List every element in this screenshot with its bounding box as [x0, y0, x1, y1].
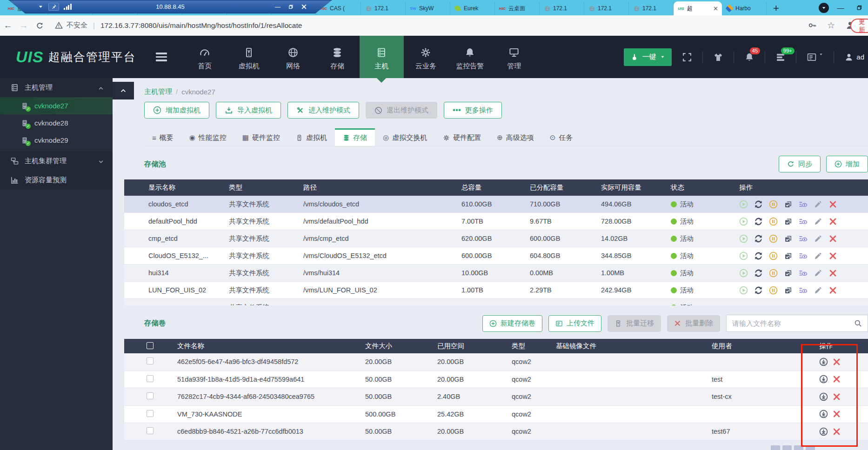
bookmark-star-icon[interactable]: ☆	[827, 20, 835, 31]
browser-tab[interactable]: Harbo	[722, 1, 767, 15]
pool-row[interactable]: cloudos_etcd 共享文件系统 /vms/cloudos_etcd 61…	[124, 196, 868, 213]
rdp-restore-button[interactable]	[285, 2, 296, 12]
pagination-square[interactable]	[794, 445, 803, 450]
back-button[interactable]: ←	[0, 20, 16, 31]
snapshot-icon[interactable]	[784, 217, 793, 226]
tab-hardware-config[interactable]: 硬件配置	[435, 129, 489, 146]
nav-home[interactable]: 首页	[183, 36, 227, 78]
rdp-minimize-button[interactable]: —	[272, 2, 283, 12]
view-details-icon[interactable]	[799, 217, 808, 226]
tab-performance[interactable]: ◉性能监控	[181, 129, 234, 146]
pool-row-partial[interactable]: 共享文件系统 活动	[124, 299, 868, 305]
start-pool-icon[interactable]	[739, 251, 748, 260]
pause-pool-icon[interactable]	[769, 286, 778, 295]
theme-skin-icon[interactable]	[713, 52, 723, 62]
download-icon[interactable]	[819, 427, 828, 436]
forward-button[interactable]: →	[16, 20, 32, 31]
delete-icon[interactable]	[828, 251, 837, 260]
tab-vm[interactable]: 虚拟机	[288, 129, 335, 146]
fullscreen-icon[interactable]	[682, 52, 692, 62]
edit-icon[interactable]	[814, 251, 822, 260]
tab-vswitch[interactable]: ◎虚拟交换机	[375, 129, 435, 146]
nav-storage[interactable]: 存储	[315, 36, 360, 78]
pagination-square[interactable]	[806, 445, 815, 450]
pagination-square[interactable]	[771, 445, 780, 450]
pagination-square[interactable]	[782, 445, 792, 450]
pause-pool-icon[interactable]	[769, 217, 778, 226]
file-search-input[interactable]	[732, 319, 854, 327]
row-checkbox[interactable]	[147, 375, 154, 382]
tab-hardware-monitor[interactable]: ▦硬件监控	[234, 129, 288, 146]
delete-icon[interactable]	[828, 217, 837, 226]
view-details-icon[interactable]	[799, 200, 808, 209]
refresh-pool-icon[interactable]	[754, 251, 763, 260]
start-pool-icon[interactable]	[739, 217, 748, 226]
pause-pool-icon[interactable]	[769, 251, 778, 260]
pause-pool-icon[interactable]	[769, 269, 778, 278]
view-details-icon[interactable]	[799, 234, 808, 243]
volume-row[interactable]: 462e5f05-6e47-4a96-bfc3-df49458fd572 20.…	[124, 353, 868, 371]
pool-row[interactable]: hui314 共享文件系统 /vms/hui314 10.00GB 0.00MB…	[124, 265, 868, 282]
delete-icon[interactable]	[828, 269, 837, 278]
nav-vm[interactable]: 虚拟机	[227, 36, 271, 78]
close-tab-icon[interactable]: ✕	[713, 5, 718, 12]
refresh-button[interactable]	[32, 20, 47, 31]
view-details-icon[interactable]	[799, 286, 808, 295]
tab-advanced[interactable]: ⊕高级选项	[489, 129, 542, 146]
tab-tasks[interactable]: ⊙任务	[542, 129, 581, 146]
tab-summary[interactable]: ≡概要	[144, 129, 181, 146]
volume-row[interactable]: 51da939f-1b8a-41d5-9d1a-e4d75599a641 50.…	[124, 371, 868, 389]
edit-icon[interactable]	[814, 234, 822, 243]
window-restore-button[interactable]	[852, 2, 866, 14]
pool-row[interactable]: LUN_FOR_UIS_02 共享文件系统 /vms/LUN_FOR_UIS_0…	[124, 282, 868, 299]
view-details-icon[interactable]	[799, 251, 808, 260]
row-checkbox[interactable]	[147, 357, 154, 364]
pause-pool-icon[interactable]	[769, 234, 778, 243]
nav-host-active[interactable]: 主机	[360, 36, 404, 78]
nav-cloud-service[interactable]: 云业务	[404, 36, 448, 78]
volume-row[interactable]: c6ed8bb9-b846-4521-a26b-77cc6dfb0013 50.…	[124, 423, 868, 441]
delete-icon[interactable]	[832, 392, 841, 401]
delete-icon[interactable]	[828, 200, 837, 209]
rdp-pin-icon[interactable]	[48, 3, 59, 11]
pool-row[interactable]: cmp_etcd 共享文件系统 /vms/cmp_etcd 620.00GB 6…	[124, 230, 868, 247]
sync-button[interactable]: 同步	[779, 156, 821, 172]
alarm-bell-icon[interactable]: 45	[744, 52, 754, 62]
rdp-dropdown-icon[interactable]	[38, 4, 44, 10]
download-icon[interactable]	[819, 410, 828, 418]
pause-pool-icon[interactable]	[769, 200, 778, 209]
nav-network[interactable]: 网络	[271, 36, 315, 78]
refresh-pool-icon[interactable]	[754, 234, 763, 243]
pool-row[interactable]: CloudOS_E5132_... 共享文件系统 /vms/CloudOS_E5…	[124, 247, 868, 265]
refresh-pool-icon[interactable]	[754, 286, 763, 295]
snapshot-icon[interactable]	[784, 234, 793, 243]
user-menu[interactable]: ad	[844, 53, 864, 62]
omnibox[interactable]: 不安全 | 172.16.3.77:8080/uis/main/hostMng/…	[55, 21, 302, 30]
sidebar-group-cluster-management[interactable]: 主机集群管理	[0, 152, 113, 171]
sidebar-item-cvknode29[interactable]: ✓ cvknode29	[0, 132, 113, 149]
download-icon[interactable]	[819, 375, 828, 384]
import-vm-button[interactable]: 导入虚拟机	[216, 102, 281, 119]
key-icon[interactable]	[808, 21, 817, 30]
delete-icon[interactable]	[832, 410, 841, 418]
edit-icon[interactable]	[814, 217, 822, 226]
edit-icon[interactable]	[814, 286, 822, 295]
select-all-checkbox[interactable]	[147, 342, 154, 349]
new-volume-button[interactable]: 新建存储卷	[482, 315, 542, 332]
update-button[interactable]: 更新	[850, 19, 868, 33]
start-pool-icon[interactable]	[739, 286, 748, 295]
browser-tab[interactable]: SwSkyW	[406, 1, 450, 15]
download-icon[interactable]	[819, 392, 828, 401]
delete-icon[interactable]	[828, 234, 837, 243]
start-pool-icon[interactable]	[739, 234, 748, 243]
one-key-button[interactable]: 一键	[624, 48, 672, 66]
start-pool-icon[interactable]	[739, 269, 748, 278]
sidebar-item-cvknode28[interactable]: ✓ cvknode28	[0, 114, 113, 132]
volume-row[interactable]: 76282c17-4cb9-4344-af68-24503480cea9765 …	[124, 388, 868, 406]
view-details-icon[interactable]	[799, 269, 808, 278]
sidebar-group-host-management[interactable]: 主机管理	[0, 78, 113, 97]
nav-monitor-alarm[interactable]: 监控告警	[448, 36, 492, 78]
edit-icon[interactable]	[814, 200, 822, 209]
new-tab-button[interactable]: +	[773, 2, 779, 14]
tab-storage-active[interactable]: 存储	[335, 128, 375, 146]
